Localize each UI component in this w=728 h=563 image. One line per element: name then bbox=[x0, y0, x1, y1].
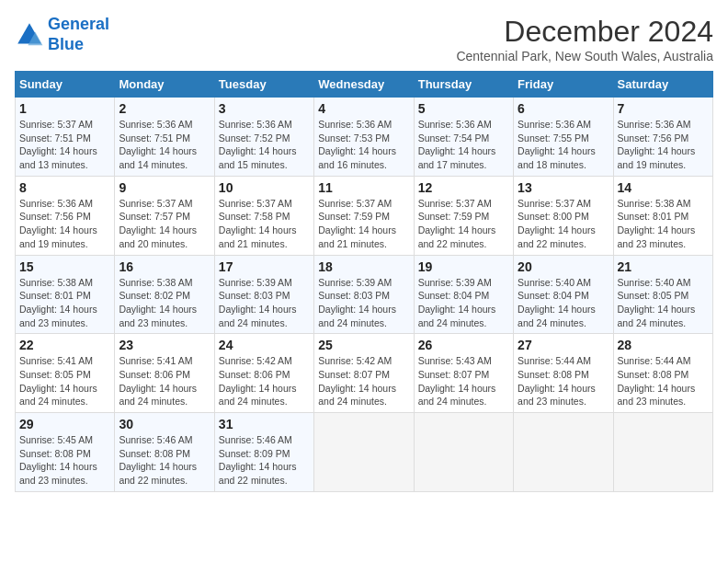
logo-icon bbox=[15, 20, 44, 50]
month-title: December 2024 bbox=[456, 15, 713, 49]
logo-line1: General bbox=[48, 15, 109, 33]
calendar-cell: 30Sunrise: 5:46 AMSunset: 8:08 PMDayligh… bbox=[115, 413, 214, 492]
calendar-cell: 11Sunrise: 5:37 AMSunset: 7:59 PMDayligh… bbox=[314, 176, 414, 255]
col-monday: Monday bbox=[115, 72, 214, 98]
calendar-cell: 14Sunrise: 5:38 AMSunset: 8:01 PMDayligh… bbox=[613, 176, 712, 255]
calendar-cell bbox=[613, 413, 712, 492]
calendar-cell: 27Sunrise: 5:44 AMSunset: 8:08 PMDayligh… bbox=[514, 334, 613, 413]
calendar-cell: 13Sunrise: 5:37 AMSunset: 8:00 PMDayligh… bbox=[514, 176, 613, 255]
col-wednesday: Wednesday bbox=[314, 72, 414, 98]
calendar-cell: 24Sunrise: 5:42 AMSunset: 8:06 PMDayligh… bbox=[214, 334, 313, 413]
calendar-cell bbox=[314, 413, 414, 492]
calendar-cell: 23Sunrise: 5:41 AMSunset: 8:06 PMDayligh… bbox=[115, 334, 214, 413]
calendar-cell: 7Sunrise: 5:36 AMSunset: 7:56 PMDaylight… bbox=[613, 98, 712, 177]
calendar-cell: 25Sunrise: 5:42 AMSunset: 8:07 PMDayligh… bbox=[314, 334, 414, 413]
calendar-cell: 22Sunrise: 5:41 AMSunset: 8:05 PMDayligh… bbox=[16, 334, 115, 413]
calendar-cell: 8Sunrise: 5:36 AMSunset: 7:56 PMDaylight… bbox=[16, 176, 115, 255]
calendar-cell: 17Sunrise: 5:39 AMSunset: 8:03 PMDayligh… bbox=[214, 255, 313, 334]
calendar-cell: 31Sunrise: 5:46 AMSunset: 8:09 PMDayligh… bbox=[214, 413, 313, 492]
calendar-cell-1: 1Sunrise: 5:37 AMSunset: 7:51 PMDaylight… bbox=[16, 98, 115, 177]
calendar-cell: 26Sunrise: 5:43 AMSunset: 8:07 PMDayligh… bbox=[414, 334, 513, 413]
calendar-week-0: 1Sunrise: 5:37 AMSunset: 7:51 PMDaylight… bbox=[16, 98, 713, 177]
col-sunday: Sunday bbox=[16, 72, 115, 98]
calendar-week-2: 15Sunrise: 5:38 AMSunset: 8:01 PMDayligh… bbox=[16, 255, 713, 334]
calendar-cell: 10Sunrise: 5:37 AMSunset: 7:58 PMDayligh… bbox=[214, 176, 313, 255]
col-thursday: Thursday bbox=[414, 72, 513, 98]
calendar-cell: 20Sunrise: 5:40 AMSunset: 8:04 PMDayligh… bbox=[514, 255, 613, 334]
col-saturday: Saturday bbox=[613, 72, 712, 98]
col-friday: Friday bbox=[514, 72, 613, 98]
location-title: Centennial Park, New South Wales, Austra… bbox=[456, 49, 713, 63]
title-section: December 2024 Centennial Park, New South… bbox=[456, 15, 713, 63]
calendar-cell: 4Sunrise: 5:36 AMSunset: 7:53 PMDaylight… bbox=[314, 98, 414, 177]
logo: General Blue bbox=[15, 15, 109, 54]
col-tuesday: Tuesday bbox=[214, 72, 313, 98]
calendar-cell: 29Sunrise: 5:45 AMSunset: 8:08 PMDayligh… bbox=[16, 413, 115, 492]
calendar-cell: 15Sunrise: 5:38 AMSunset: 8:01 PMDayligh… bbox=[16, 255, 115, 334]
page-header: General Blue December 2024 Centennial Pa… bbox=[15, 15, 713, 63]
calendar-header-row: Sunday Monday Tuesday Wednesday Thursday… bbox=[16, 72, 713, 98]
calendar-cell: 19Sunrise: 5:39 AMSunset: 8:04 PMDayligh… bbox=[414, 255, 513, 334]
calendar-cell: 28Sunrise: 5:44 AMSunset: 8:08 PMDayligh… bbox=[613, 334, 712, 413]
calendar-week-4: 29Sunrise: 5:45 AMSunset: 8:08 PMDayligh… bbox=[16, 413, 713, 492]
calendar-cell: 5Sunrise: 5:36 AMSunset: 7:54 PMDaylight… bbox=[414, 98, 513, 177]
calendar-table: Sunday Monday Tuesday Wednesday Thursday… bbox=[15, 71, 713, 492]
calendar-week-3: 22Sunrise: 5:41 AMSunset: 8:05 PMDayligh… bbox=[16, 334, 713, 413]
calendar-cell: 21Sunrise: 5:40 AMSunset: 8:05 PMDayligh… bbox=[613, 255, 712, 334]
logo-line2: Blue bbox=[48, 35, 84, 53]
calendar-cell bbox=[414, 413, 513, 492]
calendar-cell: 9Sunrise: 5:37 AMSunset: 7:57 PMDaylight… bbox=[115, 176, 214, 255]
calendar-week-1: 8Sunrise: 5:36 AMSunset: 7:56 PMDaylight… bbox=[16, 176, 713, 255]
calendar-cell: 16Sunrise: 5:38 AMSunset: 8:02 PMDayligh… bbox=[115, 255, 214, 334]
calendar-cell: 6Sunrise: 5:36 AMSunset: 7:55 PMDaylight… bbox=[514, 98, 613, 177]
calendar-cell: 3Sunrise: 5:36 AMSunset: 7:52 PMDaylight… bbox=[214, 98, 313, 177]
calendar-cell: 18Sunrise: 5:39 AMSunset: 8:03 PMDayligh… bbox=[314, 255, 414, 334]
calendar-cell: 2Sunrise: 5:36 AMSunset: 7:51 PMDaylight… bbox=[115, 98, 214, 177]
calendar-cell: 12Sunrise: 5:37 AMSunset: 7:59 PMDayligh… bbox=[414, 176, 513, 255]
logo-text: General Blue bbox=[48, 15, 109, 54]
calendar-cell bbox=[514, 413, 613, 492]
